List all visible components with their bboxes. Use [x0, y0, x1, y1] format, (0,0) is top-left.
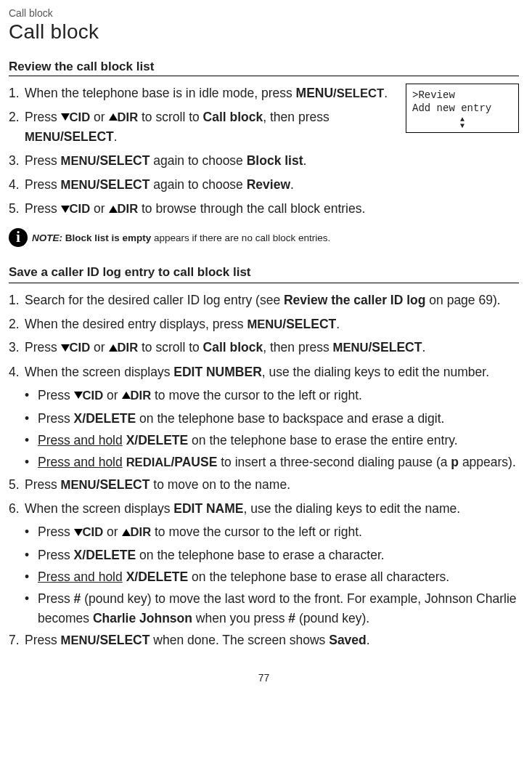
lcd-scroll-arrows: ▲▼	[412, 116, 512, 129]
up-arrow-icon	[109, 113, 118, 121]
bullet-2-6-4: • Press # (pound key) to move the last w…	[25, 589, 519, 628]
step-1-5: 5. Press CID or DIR to browse through th…	[9, 199, 519, 219]
down-arrow-icon	[61, 206, 70, 213]
bullet-2-4-3: • Press and hold X/DELETE on the telepho…	[25, 431, 519, 450]
up-arrow-icon	[122, 392, 131, 399]
step-1-1: 1. When the telephone base is in idle mo…	[9, 84, 396, 103]
bullet-2-6-1: • Press CID or DIR to move the cursor to…	[25, 522, 519, 543]
lcd-display: >Review Add new entry ▲▼	[406, 84, 519, 133]
up-arrow-icon	[122, 529, 131, 536]
step-2-1: 1. Search for the desired caller ID log …	[9, 291, 519, 309]
info-icon: i	[9, 228, 28, 247]
down-arrow-icon	[61, 344, 70, 352]
lcd-line-1: >Review	[412, 89, 512, 102]
step-1-2: 2. Press CID or DIR to scroll to Call bl…	[9, 108, 396, 147]
step-2-5: 5. Press MENU/SELECT to move on to the n…	[9, 475, 519, 495]
section-title-review: Review the call block list	[9, 60, 519, 76]
bullet-2-4-1: • Press CID or DIR to move the cursor to…	[25, 386, 519, 406]
step-2-2: 2. When the desired entry displays, pres…	[9, 315, 519, 334]
note-block: i NOTE: Block list is empty appears if t…	[9, 228, 519, 247]
step-2-3: 3. Press CID or DIR to scroll to Call bl…	[9, 338, 519, 358]
breadcrumb: Call block	[9, 7, 519, 19]
step-1-3: 3. Press MENU/SELECT again to choose Blo…	[9, 151, 519, 171]
lcd-line-2: Add new entry	[412, 102, 512, 115]
section-title-save: Save a caller ID log entry to call block…	[9, 263, 519, 284]
up-arrow-icon	[109, 344, 118, 352]
down-arrow-icon	[61, 113, 70, 121]
page-title: Call block	[9, 20, 519, 44]
down-arrow-icon	[74, 392, 83, 399]
up-arrow-icon	[109, 206, 118, 213]
step-2-6: 6. When the screen displays EDIT NAME, u…	[9, 499, 519, 518]
down-arrow-icon	[74, 529, 83, 536]
step-1-4: 4. Press MENU/SELECT again to choose Rev…	[9, 175, 519, 195]
bullet-2-6-3: • Press and hold X/DELETE on the telepho…	[25, 567, 519, 586]
bullet-2-4-2: • Press X/DELETE on the telephone base t…	[25, 409, 519, 428]
page-number: 77	[9, 672, 519, 684]
bullet-2-6-2: • Press X/DELETE on the telephone base t…	[25, 546, 519, 564]
step-2-4: 4. When the screen displays EDIT NUMBER,…	[9, 362, 519, 381]
bullet-2-4-4: • Press and hold REDIAL/PAUSE to insert …	[25, 453, 519, 472]
step-2-7: 7. Press MENU/SELECT when done. The scre…	[9, 631, 519, 650]
